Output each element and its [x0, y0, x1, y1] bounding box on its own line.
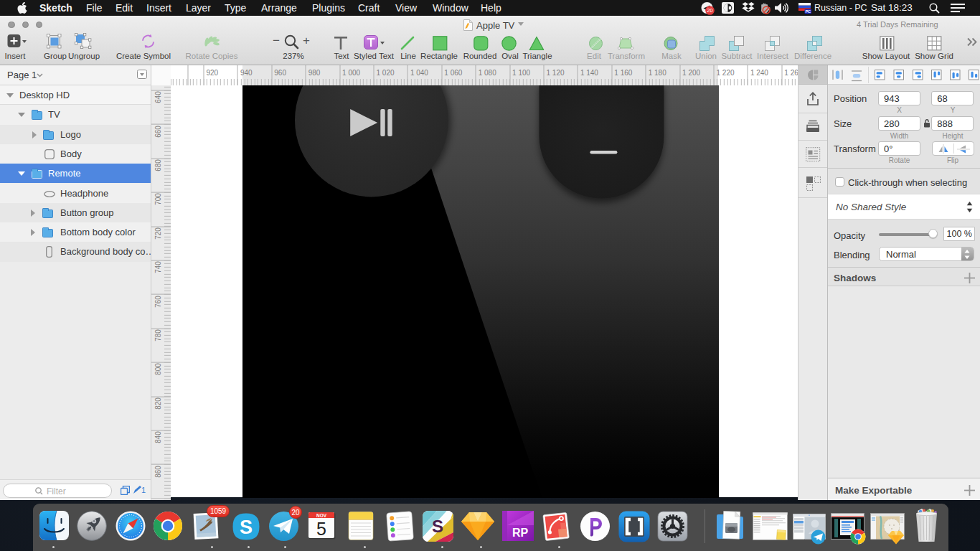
svg-text:20: 20 [707, 7, 712, 14]
svg-text:S: S [432, 517, 443, 536]
svg-text:NOV: NOV [316, 513, 327, 518]
svg-text:S: S [239, 517, 252, 538]
svg-text:5: 5 [316, 519, 326, 539]
svg-text:RP: RP [512, 527, 529, 539]
svg-text:PC: PC [805, 9, 811, 14]
